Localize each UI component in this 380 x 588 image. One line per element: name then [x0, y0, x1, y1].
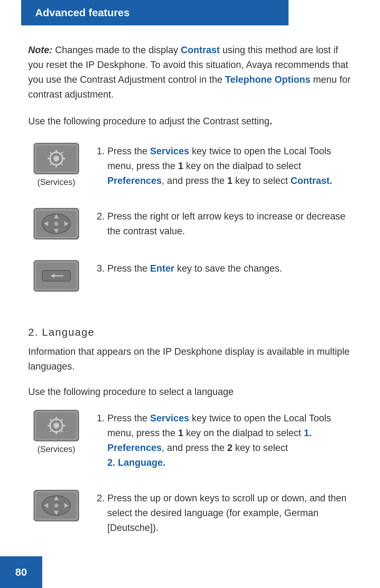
section-divider	[28, 312, 352, 323]
step-1-text: Press the Services key twice to open the…	[95, 143, 352, 190]
services-key-icon	[33, 143, 79, 174]
language-procedure-intro: Use the following procedure to select a …	[28, 385, 352, 400]
services-link-1: Services	[150, 146, 189, 156]
header-title: Advanced features	[35, 7, 129, 19]
main-content: Note: Changes made to the display Contra…	[0, 25, 380, 583]
language-steps: (Services) Press the Services key twice …	[28, 410, 352, 537]
footer-bar: 80	[0, 556, 42, 588]
services-label-1: (Services)	[37, 177, 75, 187]
header-bar: Advanced features	[21, 0, 289, 25]
note-prefix: Note:	[28, 45, 52, 55]
lang-step-2-icon-col	[28, 490, 84, 524]
telephone-options-link: Telephone Options	[225, 74, 311, 85]
note-text1: Changes made to the display	[55, 45, 181, 55]
note-block: Note: Changes made to the display Contra…	[28, 43, 352, 102]
language-step-1: (Services) Press the Services key twice …	[28, 410, 352, 472]
services-label-2: (Services)	[37, 444, 75, 454]
language-section: 2. Language Information that appears on …	[28, 326, 352, 537]
language-step-1-text: Press the Services key twice to open the…	[107, 411, 352, 470]
page-number: 80	[15, 566, 27, 578]
svg-point-44	[54, 503, 58, 508]
svg-point-28	[53, 423, 59, 428]
contrast-step-3-text: Press the Enter key to save the changes.	[107, 261, 352, 276]
lang-step-2-text: Press the up or down keys to scroll up o…	[95, 490, 352, 537]
language-step-2-text: Press the up or down keys to scroll up o…	[107, 491, 352, 536]
lang-step-1-text: Press the Services key twice to open the…	[95, 410, 352, 472]
enter-link: Enter	[150, 263, 175, 274]
step-3-icon-col	[28, 260, 84, 295]
lang-step-1-icon-col: (Services)	[28, 410, 84, 454]
language-heading: 2. Language	[28, 326, 352, 338]
enter-key-icon	[33, 260, 79, 292]
contrast-link-1: Contrast	[181, 45, 220, 55]
step-1-icon-col: (Services)	[28, 143, 84, 187]
language-link: 2. Language.	[107, 457, 165, 468]
preferences-link-2: 1. Preferences	[107, 428, 312, 453]
contrast-procedure-intro: Use the following procedure to adjust th…	[28, 116, 352, 127]
services-key-icon-2	[33, 410, 79, 441]
svg-point-19	[54, 222, 58, 226]
contrast-link-step: Contrast.	[291, 175, 332, 186]
language-step-2: Press the up or down keys to scroll up o…	[28, 490, 352, 537]
step-2-text: Press the right or left arrow keys to in…	[95, 208, 352, 241]
contrast-step-1: (Services) Press the Services key twice …	[28, 143, 352, 190]
contrast-step-3: Press the Enter key to save the changes.	[28, 260, 352, 295]
contrast-step-2: Press the right or left arrow keys to in…	[28, 208, 352, 242]
preferences-link-1: Preferences	[107, 175, 162, 186]
contrast-step-1-text: Press the Services key twice to open the…	[107, 144, 352, 188]
step-2-icon-col	[28, 208, 84, 242]
note-text: Note: Changes made to the display Contra…	[28, 43, 352, 102]
services-link-2: Services	[150, 413, 189, 423]
navpad-icon-1	[33, 208, 79, 240]
contrast-step-2-text: Press the right or left arrow keys to in…	[107, 209, 352, 239]
language-desc: Information that appears on the IP Deskp…	[28, 345, 352, 374]
step-3-text: Press the Enter key to save the changes.	[95, 260, 352, 278]
contrast-steps: (Services) Press the Services key twice …	[28, 143, 352, 295]
navpad-icon-2	[33, 490, 79, 521]
svg-point-3	[53, 156, 59, 161]
